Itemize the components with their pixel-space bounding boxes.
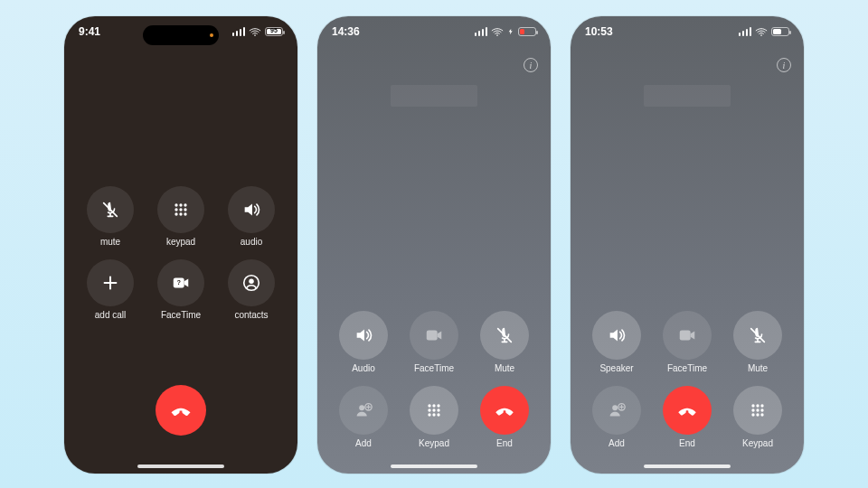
mute-icon bbox=[748, 325, 768, 345]
signal-icon bbox=[475, 27, 488, 36]
speaker-button[interactable]: Speaker bbox=[592, 311, 641, 373]
speaker-label: Speaker bbox=[599, 363, 633, 373]
status-right bbox=[739, 26, 790, 37]
end-button[interactable]: End bbox=[663, 386, 712, 448]
battery-icon: 95 bbox=[265, 27, 283, 36]
wifi-icon bbox=[249, 26, 261, 37]
status-time: 10:53 bbox=[585, 25, 613, 38]
speaker-icon bbox=[607, 325, 627, 345]
facetime-button[interactable]: FaceTime bbox=[157, 259, 204, 320]
contacts-button[interactable]: contacts bbox=[228, 259, 275, 320]
mute-icon bbox=[100, 200, 120, 220]
facetime-icon bbox=[171, 273, 191, 293]
audio-label: Audio bbox=[352, 363, 375, 373]
keypad-label: Keypad bbox=[419, 438, 449, 448]
phone-a-call-screen: 9:41 95 mute keypad audio add call FaceT… bbox=[64, 16, 297, 474]
add-button[interactable]: Add bbox=[592, 386, 641, 448]
hangup-icon bbox=[493, 399, 516, 422]
add-call-label: add call bbox=[95, 310, 126, 320]
end-label: End bbox=[679, 438, 695, 448]
phone-c-call-screen: 10:53 i Speaker FaceTime Mute Add End bbox=[571, 16, 804, 474]
facetime-button[interactable]: FaceTime bbox=[410, 311, 458, 373]
battery-icon bbox=[771, 27, 789, 36]
hangup-icon bbox=[675, 399, 699, 422]
add-label: Add bbox=[609, 438, 625, 448]
add-label: Add bbox=[355, 438, 372, 448]
facetime-icon bbox=[424, 325, 444, 345]
call-controls-grid: Speaker FaceTime Mute Add End Keypad bbox=[571, 311, 804, 448]
hangup-icon bbox=[168, 398, 193, 423]
audio-label: audio bbox=[241, 237, 262, 247]
facetime-icon bbox=[677, 325, 697, 345]
wifi-icon bbox=[491, 26, 504, 37]
contacts-icon bbox=[241, 273, 261, 293]
facetime-label: FaceTime bbox=[667, 363, 707, 373]
end-label: End bbox=[496, 438, 513, 448]
home-indicator bbox=[391, 465, 477, 468]
wifi-icon bbox=[755, 26, 768, 37]
status-right: 95 bbox=[232, 26, 284, 37]
caller-name-placeholder bbox=[644, 85, 731, 107]
phone-b-call-screen: 14:36 i Audio FaceTime Mute Add Keypad bbox=[317, 16, 551, 474]
status-time: 9:41 bbox=[79, 25, 100, 38]
status-bar: 10:53 bbox=[571, 16, 804, 42]
status-bar: 14:36 bbox=[317, 16, 551, 42]
caller-name-placeholder bbox=[391, 85, 477, 107]
keypad-label: keypad bbox=[166, 237, 195, 247]
call-controls-grid: Audio FaceTime Mute Add Keypad End bbox=[317, 311, 551, 448]
keypad-button[interactable]: Keypad bbox=[410, 386, 458, 448]
add-call-button[interactable]: add call bbox=[87, 259, 134, 320]
info-icon[interactable]: i bbox=[524, 58, 538, 72]
mute-label: Mute bbox=[748, 363, 768, 373]
home-indicator bbox=[644, 465, 731, 468]
keypad-button[interactable]: Keypad bbox=[733, 386, 782, 448]
end-button[interactable]: End bbox=[480, 386, 529, 448]
info-icon[interactable]: i bbox=[777, 58, 791, 72]
signal-icon bbox=[232, 27, 246, 36]
audio-button[interactable]: Audio bbox=[339, 311, 388, 373]
keypad-icon bbox=[749, 401, 767, 419]
home-indicator bbox=[137, 465, 224, 468]
audio-button[interactable]: audio bbox=[228, 186, 275, 247]
mute-label: Mute bbox=[495, 363, 514, 373]
battery-icon bbox=[518, 27, 536, 36]
end-call-button[interactable] bbox=[156, 385, 206, 436]
keypad-icon bbox=[425, 401, 443, 419]
mute-button[interactable]: mute bbox=[87, 186, 134, 247]
add-person-icon bbox=[607, 400, 627, 420]
dynamic-island bbox=[143, 25, 219, 45]
plus-icon bbox=[100, 273, 120, 293]
mute-button[interactable]: Mute bbox=[733, 311, 782, 373]
keypad-label: Keypad bbox=[742, 438, 773, 448]
facetime-label: FaceTime bbox=[414, 363, 454, 373]
speaker-icon bbox=[241, 200, 261, 220]
mute-label: mute bbox=[100, 237, 120, 247]
status-right bbox=[475, 26, 537, 37]
mute-icon bbox=[495, 325, 514, 345]
keypad-icon bbox=[172, 201, 190, 219]
charging-icon bbox=[507, 27, 514, 36]
add-button[interactable]: Add bbox=[339, 386, 388, 448]
status-time: 14:36 bbox=[332, 25, 360, 38]
speaker-icon bbox=[354, 325, 373, 345]
call-controls-grid: mute keypad audio add call FaceTime cont… bbox=[64, 186, 297, 320]
mute-button[interactable]: Mute bbox=[480, 311, 529, 373]
facetime-button[interactable]: FaceTime bbox=[663, 311, 712, 373]
keypad-button[interactable]: keypad bbox=[157, 186, 204, 247]
facetime-label: FaceTime bbox=[161, 310, 201, 320]
contacts-label: contacts bbox=[234, 310, 268, 320]
signal-icon bbox=[739, 27, 752, 36]
add-person-icon bbox=[354, 400, 373, 420]
